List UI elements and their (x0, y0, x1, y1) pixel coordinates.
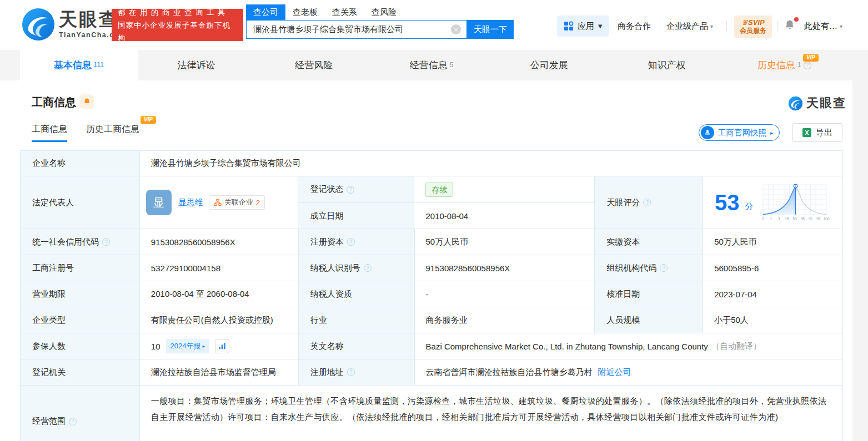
search-tab-risk[interactable]: 查风险 (364, 4, 404, 20)
annual-report-badge[interactable]: 2024年报 ▸ (166, 339, 209, 353)
caret-down-icon: ▾ (710, 23, 713, 29)
table-row: 登记机关 澜沧拉祜族自治县市场监督管理局 注册地址 ? 云南省普洱市澜沧拉祜族自… (21, 359, 843, 386)
staff-size-label: 人员规模 (595, 307, 703, 333)
scrollbar-gutter[interactable] (852, 80, 868, 441)
help-icon[interactable]: ? (347, 238, 355, 246)
user-menu[interactable]: 此处有… ▾ (804, 21, 842, 32)
caret-down-icon: ▾ (598, 21, 603, 31)
tab-legal[interactable]: 法律诉讼 (138, 50, 255, 80)
help-icon[interactable]: ? (347, 186, 354, 194)
tianyancha-logo-icon (788, 96, 803, 111)
taxpayer-id-value: 91530828560058956X (415, 255, 595, 281)
insured-count-label: 参保人数 (21, 333, 140, 359)
legal-rep-link[interactable]: 显思维 (178, 197, 203, 208)
score-label: 天眼评分 ? (595, 176, 703, 229)
search-button[interactable]: 天眼一下 (467, 20, 514, 39)
tab-label: 经营风险 (295, 59, 333, 72)
legal-rep-label: 法定代表人 (21, 176, 140, 229)
approval-date-value: 2023-07-04 (703, 281, 843, 307)
snapshot-label: 工商官网快照 (718, 128, 766, 138)
score-value[interactable]: 53 分 0 (703, 176, 843, 229)
taxpayer-id-label: 纳税人识别号 ? (299, 255, 415, 281)
logo-title: 天眼查 (806, 95, 846, 111)
tab-history-info[interactable]: VIP 历史信息 1 ? (725, 50, 843, 80)
trend-chart-button[interactable] (215, 339, 229, 353)
reg-status-label: 登记状态 ? (298, 176, 414, 203)
apps-label: 应用 (578, 21, 594, 32)
help-icon[interactable]: ? (69, 418, 77, 425)
search-box: × (246, 20, 467, 39)
reg-number-label: 工商注册号 (21, 255, 140, 281)
enterprise-label: 企业级产品 (666, 21, 708, 32)
caret-right-icon: ▸ (202, 343, 205, 349)
svip-member-button[interactable]: ♛SVIP 会员服务 (734, 16, 772, 38)
subtab-business-info[interactable]: 工商信息 (32, 124, 67, 142)
svip-label: SVIP (748, 18, 765, 27)
help-icon[interactable]: ? (347, 368, 355, 376)
auto-translate-note: （自动翻译） (711, 341, 761, 352)
search-tab-relation[interactable]: 查关系 (325, 4, 364, 20)
section-watermark-logo: 天眼查 (788, 95, 846, 111)
subtab-label: 历史工商信息 (86, 124, 139, 134)
help-icon[interactable]: ? (804, 62, 811, 69)
subtab-history-business-info[interactable]: VIP 历史工商信息 (86, 124, 139, 142)
english-name-label: 英文名称 (299, 333, 415, 359)
export-label: 导出 (816, 128, 832, 138)
monitor-bell-button[interactable] (79, 94, 94, 109)
apps-grid-icon (564, 21, 574, 31)
search-input[interactable] (247, 25, 451, 34)
english-name-value: Bazi Comprehensive Market Co., Ltd. in Z… (415, 333, 843, 359)
enterprise-product-link[interactable]: 企业级产品 ▾ (666, 21, 713, 32)
apps-menu-button[interactable]: 应用 ▾ (557, 16, 609, 37)
company-name-value: 澜沧县竹塘乡坝子综合集贸市场有限公司 (140, 151, 843, 176)
business-info-table: 企业名称 澜沧县竹塘乡坝子综合集贸市场有限公司 法定代表人 显 显思维 (20, 150, 843, 441)
table-row: 企业类型 有限责任公司(自然人投资或控股) 行业 商务服务业 人员规模 小于50… (21, 307, 843, 333)
caret-right-icon: ▸ (770, 130, 773, 136)
tab-operation-risk[interactable]: 经营风险 (255, 50, 373, 80)
status-badge: 存续 (425, 183, 453, 197)
legal-rep-avatar[interactable]: 显 (146, 190, 172, 215)
nearby-companies-link[interactable]: 附近公司 (598, 367, 631, 378)
svg-text:97: 97 (809, 217, 813, 221)
tab-label: 基本信息 (54, 59, 92, 72)
establish-date-value: 2010-08-04 (414, 203, 595, 229)
tab-intellectual-property[interactable]: 知识产权 (608, 50, 726, 80)
tab-operation-info[interactable]: 经营信息 5 (373, 50, 490, 80)
tab-count: 111 (94, 61, 104, 69)
clear-search-icon[interactable]: × (451, 24, 461, 34)
related-label: 关联企业 (224, 197, 253, 207)
help-icon[interactable]: ? (102, 238, 110, 246)
excel-icon (802, 128, 811, 137)
official-snapshot-button[interactable]: 工商官网快照 ▸ (699, 124, 780, 141)
score-distribution-chart: 0 1 3 15 50 85 97 99 100 (759, 183, 831, 222)
svg-text:15: 15 (785, 217, 790, 221)
tab-company-development[interactable]: 公司发展 (490, 50, 608, 80)
svg-text:1: 1 (770, 217, 772, 221)
business-coop-link[interactable]: 商务合作 (618, 21, 651, 32)
help-icon[interactable]: ? (364, 264, 372, 272)
bell-icon (83, 97, 91, 106)
help-icon[interactable]: ? (643, 199, 651, 206)
related-count: 2 (256, 199, 260, 207)
search-tab-boss[interactable]: 查老板 (285, 4, 325, 20)
tab-basic-info[interactable]: 基本信息 111 (20, 50, 138, 80)
svip-sub-label: 会员服务 (740, 27, 766, 35)
table-row: 经营范围 ? 一般项目：集贸市场管理服务；环境卫生管理（不含环境质量监测，污染源… (21, 386, 843, 441)
export-button[interactable]: 导出 (792, 123, 842, 142)
score-unit: 分 (745, 201, 753, 212)
tianyancha-logo-icon[interactable] (21, 7, 56, 42)
score-number: 53 (715, 191, 740, 214)
search-tab-company[interactable]: 查公司 (246, 4, 285, 20)
taxpayer-quals-value: - (415, 281, 595, 307)
related-companies-badge[interactable]: 关联企业 2 (209, 195, 265, 210)
divider (660, 21, 660, 31)
org-chart-icon (214, 199, 222, 206)
help-icon[interactable]: ? (660, 264, 668, 272)
table-row: 营业期限 2010-08-04 至 2060-08-04 纳税人资质 - 核准日… (21, 281, 843, 307)
divider (777, 21, 778, 31)
reg-authority-value: 澜沧拉祜族自治县市场监督管理局 (140, 359, 299, 386)
staff-size-value: 小于50人 (703, 307, 843, 333)
notification-bell-button[interactable] (784, 18, 798, 34)
credit-code-value: 91530828560058956X (140, 229, 299, 255)
section-title: 工商信息 (32, 95, 76, 110)
